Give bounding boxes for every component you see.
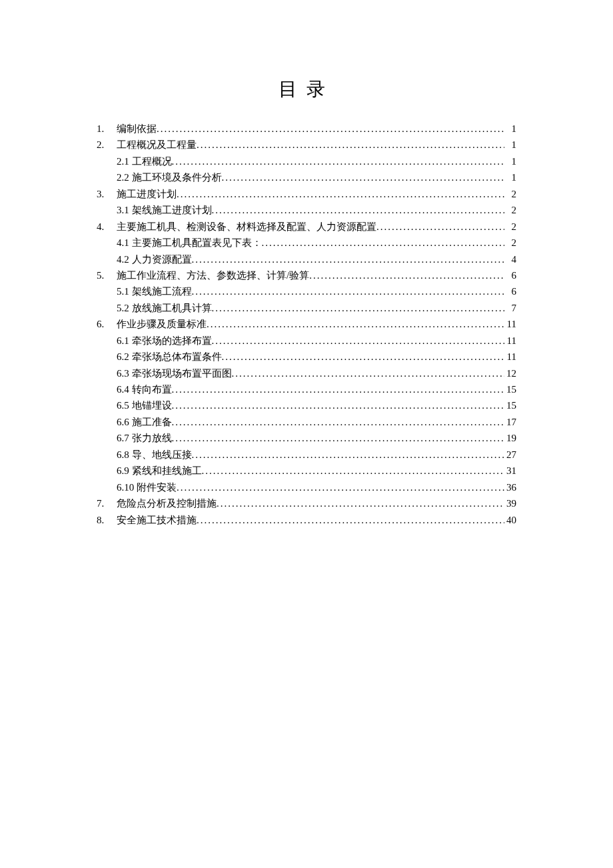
toc-label: 3.1 架线施工进度计划 [117, 202, 212, 218]
toc-number: 6. [97, 316, 117, 332]
toc-entry: 6.4 转向布置 15 [97, 381, 516, 397]
toc-entry: 6.5 地锚埋设 15 [97, 397, 516, 413]
toc-leader [172, 430, 505, 446]
toc-label: 5.2 放线施工机具计算 [117, 300, 212, 316]
toc-page: 36 [504, 479, 516, 495]
toc-entry: 6.2 牵张场总体布置条件 11 [97, 349, 516, 365]
toc-label: 6.4 转向布置 [117, 381, 172, 397]
toc-number: 8. [97, 512, 117, 528]
toc-label: 主要施工机具、检测设备、材料选择及配置、人力资源配置 [117, 219, 376, 235]
toc-entry: 7. 危险点分析及控制措施 39 [97, 495, 516, 511]
toc-label: 编制依据 [117, 121, 157, 137]
toc-page: 15 [504, 397, 516, 413]
toc-entry: 4. 主要施工机具、检测设备、材料选择及配置、人力资源配置 2 [97, 219, 516, 235]
toc-leader [192, 283, 505, 299]
toc-page: 11 [504, 316, 516, 332]
toc-label: 安全施工技术措施 [117, 512, 197, 528]
toc-label: 6.8 导、地线压接 [117, 447, 192, 463]
toc-number: 5. [97, 267, 117, 283]
toc-leader [172, 381, 505, 397]
toc-label: 6.10 附件安装 [117, 479, 177, 495]
toc-entry: 6.3 牵张场现场布置平面图 12 [97, 365, 516, 381]
toc-label: 6.2 牵张场总体布置条件 [117, 349, 222, 365]
toc-label: 2.2 施工环境及条件分析 [117, 169, 222, 185]
toc-leader [212, 202, 505, 218]
toc-leader [202, 463, 505, 479]
toc-page: 39 [504, 495, 516, 511]
toc-entry: 2. 工程概况及工程量 1 [97, 137, 516, 153]
page-title: 目录 [97, 77, 516, 102]
toc-label: 5.1 架线施工流程 [117, 283, 192, 299]
toc-entry: 4.2 人力资源配置 4 [97, 251, 516, 267]
toc-leader [222, 169, 505, 185]
toc-page: 12 [504, 365, 516, 381]
toc-number: 1. [97, 121, 117, 137]
toc-page: 31 [504, 463, 516, 479]
toc-page: 7 [504, 300, 516, 316]
toc-label: 4.1 主要施工机具配置表见下表： [117, 235, 262, 251]
toc-leader [217, 495, 504, 511]
toc-page: 11 [504, 349, 516, 365]
toc-leader [172, 414, 505, 430]
table-of-contents: 1. 编制依据 1 2. 工程概况及工程量 1 2.1 工程概况 1 2.2 施… [97, 121, 516, 528]
toc-entry: 5.1 架线施工流程 6 [97, 283, 516, 299]
toc-page: 2 [504, 235, 516, 251]
toc-page: 15 [504, 381, 516, 397]
toc-leader [197, 137, 504, 153]
toc-entry: 1. 编制依据 1 [97, 121, 516, 137]
toc-number: 2. [97, 137, 117, 153]
toc-entry: 6.9 紧线和挂线施工 31 [97, 463, 516, 479]
toc-label: 6.7 张力放线 [117, 430, 172, 446]
toc-leader [262, 235, 505, 251]
toc-entry: 2.2 施工环境及条件分析 1 [97, 169, 516, 185]
toc-page: 40 [504, 512, 516, 528]
toc-page: 27 [504, 447, 516, 463]
toc-page: 2 [504, 219, 516, 235]
toc-page: 2 [504, 202, 516, 218]
toc-entry: 6.6 施工准备 17 [97, 414, 516, 430]
toc-label: 危险点分析及控制措施 [117, 495, 217, 511]
toc-page: 1 [504, 153, 516, 169]
toc-entry: 2.1 工程概况 1 [97, 153, 516, 169]
toc-leader [172, 153, 505, 169]
toc-leader [232, 365, 505, 381]
toc-entry: 4.1 主要施工机具配置表见下表： 2 [97, 235, 516, 251]
toc-leader [177, 186, 504, 202]
toc-entry: 3.1 架线施工进度计划 2 [97, 202, 516, 218]
toc-leader [376, 219, 504, 235]
toc-entry: 6.8 导、地线压接 27 [97, 447, 516, 463]
toc-page: 17 [504, 414, 516, 430]
toc-leader [212, 333, 505, 349]
toc-page: 1 [504, 121, 516, 137]
toc-label: 6.1 牵张场的选择布置 [117, 333, 212, 349]
toc-page: 11 [504, 333, 516, 349]
toc-leader [212, 300, 505, 316]
toc-entry: 8. 安全施工技术措施 40 [97, 512, 516, 528]
toc-entry: 5. 施工作业流程、方法、参数选择、计算/验算 6 [97, 267, 516, 283]
toc-number: 3. [97, 186, 117, 202]
toc-page: 6 [504, 283, 516, 299]
toc-entry: 5.2 放线施工机具计算 7 [97, 300, 516, 316]
toc-page: 4 [504, 251, 516, 267]
toc-page: 1 [504, 137, 516, 153]
toc-leader [192, 447, 505, 463]
toc-label: 施工进度计划 [117, 186, 177, 202]
toc-label: 6.9 紧线和挂线施工 [117, 463, 202, 479]
toc-page: 2 [504, 186, 516, 202]
toc-leader [192, 251, 505, 267]
toc-page: 1 [504, 169, 516, 185]
toc-label: 作业步骤及质量标准 [117, 316, 207, 332]
toc-number: 7. [97, 495, 117, 511]
toc-label: 6.3 牵张场现场布置平面图 [117, 365, 232, 381]
toc-leader [207, 316, 504, 332]
toc-label: 工程概况及工程量 [117, 137, 197, 153]
toc-leader [222, 349, 505, 365]
toc-label: 6.6 施工准备 [117, 414, 172, 430]
toc-label: 6.5 地锚埋设 [117, 397, 172, 413]
toc-entry: 6.7 张力放线 19 [97, 430, 516, 446]
toc-leader [309, 267, 504, 283]
toc-leader [157, 121, 504, 137]
toc-label: 4.2 人力资源配置 [117, 251, 192, 267]
toc-entry: 6.1 牵张场的选择布置 11 [97, 333, 516, 349]
toc-leader [172, 397, 505, 413]
